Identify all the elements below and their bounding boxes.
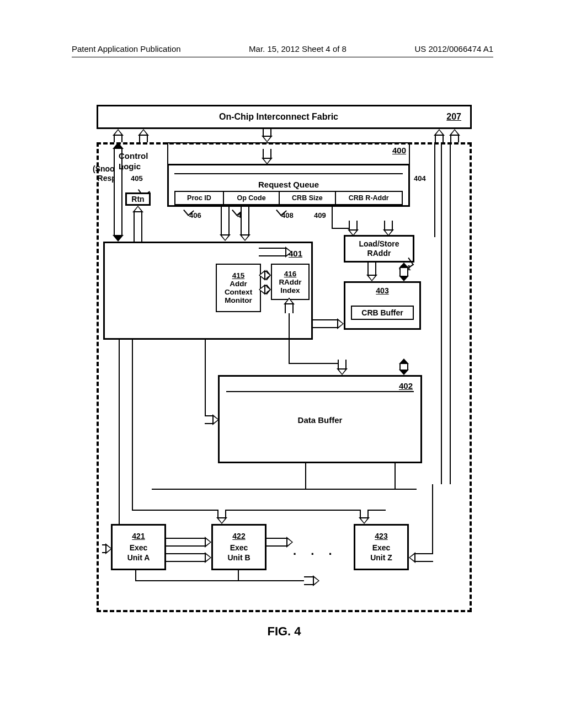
ref-404: 404 xyxy=(414,174,426,183)
connector xyxy=(332,228,349,229)
connector xyxy=(409,142,410,164)
data-buffer-ref: 402 xyxy=(399,381,413,390)
boundary-ref: 400 xyxy=(392,146,406,155)
acm-l1: Addr xyxy=(230,280,247,288)
request-queue-fields: Proc ID Op Code CRB Size CRB R-Addr xyxy=(174,191,403,205)
interconnect-ref: 207 xyxy=(446,112,461,122)
request-queue-title: Request Queue xyxy=(169,180,408,189)
control-logic-title: ControlLogic xyxy=(119,151,148,172)
raddr-index-ref: 416 xyxy=(284,270,297,278)
arrow-icon xyxy=(399,358,409,375)
arrow-icon xyxy=(259,247,292,257)
exec-b-l1: Exec xyxy=(230,543,248,553)
interconnect-label: On-Chip Interconnect Fabric xyxy=(219,112,338,122)
arrow-icon xyxy=(399,263,409,281)
arrow-icon xyxy=(434,129,444,142)
arrow-icon xyxy=(367,263,377,281)
connector xyxy=(132,340,133,511)
arrow-icon xyxy=(102,544,112,554)
load-store-raddr-box: Load/Store RAddr xyxy=(344,235,414,263)
exec-a-l1: Exec xyxy=(130,543,148,553)
interconnect-fabric-box: On-Chip Interconnect Fabric 207 xyxy=(97,105,472,129)
connector xyxy=(289,363,342,364)
connector xyxy=(135,570,136,581)
ref-409: 409 xyxy=(314,211,326,220)
crb-buffer-ref: 403 xyxy=(376,286,388,295)
request-queue-box: Request Queue Proc ID Op Code CRB Size C… xyxy=(167,164,410,207)
load-store-l2: RAddr xyxy=(367,249,391,258)
arrow-icon xyxy=(337,360,347,375)
connector xyxy=(450,142,451,484)
arrow-icon xyxy=(259,270,271,280)
field-crb-raddr: CRB R-Addr xyxy=(336,192,402,204)
arrow-icon xyxy=(259,285,271,295)
arrow-icon xyxy=(284,298,294,313)
connector xyxy=(152,489,417,490)
crb-buffer-label: CRB Buffer xyxy=(351,306,414,320)
connector xyxy=(305,463,306,490)
diagram: On-Chip Interconnect Fabric 207 400 (Sno… xyxy=(97,105,472,612)
decorative-line xyxy=(226,391,414,392)
arrow-icon xyxy=(113,129,123,142)
header-left: Patent Application Publication xyxy=(72,44,181,53)
addr-context-monitor-box: 415 Addr Context Monitor xyxy=(216,264,261,312)
arrow-icon xyxy=(262,149,272,164)
connector xyxy=(167,142,410,143)
raddr-index-l2: Index xyxy=(280,286,300,295)
figure-caption: FIG. 4 xyxy=(97,624,472,639)
connector xyxy=(135,580,306,581)
connector xyxy=(332,207,333,229)
arrow-icon xyxy=(383,221,393,236)
field-proc-id: Proc ID xyxy=(175,192,224,204)
rtn-label: Rtn xyxy=(131,195,144,204)
acm-l3: Monitor xyxy=(225,296,252,304)
exec-unit-b-box: 422 Exec Unit B xyxy=(211,524,266,570)
exec-z-ref: 423 xyxy=(375,532,387,542)
connector xyxy=(432,484,433,556)
arrow-icon xyxy=(266,537,293,547)
arrow-icon xyxy=(313,319,344,329)
connector xyxy=(167,142,168,164)
header-center: Mar. 15, 2012 Sheet 4 of 8 xyxy=(249,44,347,53)
connector xyxy=(395,463,396,490)
ellipsis: . . . xyxy=(293,544,338,558)
arrow-icon xyxy=(262,129,272,142)
arrow-icon xyxy=(138,129,148,142)
arrow-icon xyxy=(166,537,211,547)
arrow-icon xyxy=(133,206,143,242)
exec-z-l1: Exec xyxy=(372,543,391,553)
connector xyxy=(205,340,206,420)
exec-b-l2: Unit B xyxy=(227,553,250,563)
page-header: Patent Application Publication Mar. 15, … xyxy=(72,44,493,57)
arrow-icon xyxy=(409,553,433,563)
arrow-icon xyxy=(240,207,250,241)
arrow-icon xyxy=(450,129,460,142)
field-crb-size: CRB Size xyxy=(280,192,335,204)
exec-unit-z-box: 423 Exec Unit Z xyxy=(354,524,409,570)
arrow-icon xyxy=(220,207,230,241)
exec-b-ref: 422 xyxy=(232,532,245,542)
exec-z-l2: Unit Z xyxy=(370,553,392,563)
arrow-icon xyxy=(348,221,358,236)
exec-unit-a-box: 421 Exec Unit A xyxy=(111,524,166,570)
exec-a-l2: Unit A xyxy=(127,553,150,563)
connector xyxy=(434,142,435,237)
exec-a-ref: 421 xyxy=(132,532,145,542)
field-op-code: Op Code xyxy=(224,192,280,204)
connector xyxy=(119,340,120,548)
acm-ref: 415 xyxy=(232,271,245,280)
arrow-icon xyxy=(359,510,369,524)
header-right: US 2012/0066474 A1 xyxy=(414,44,493,53)
raddr-index-box: 416 RAddr Index xyxy=(271,264,310,300)
load-store-l1: Load/Store xyxy=(359,239,399,249)
data-buffer-label: Data Buffer xyxy=(298,415,343,425)
decorative-line xyxy=(174,173,403,174)
arrow-icon xyxy=(217,510,227,524)
arrow-icon xyxy=(166,553,211,563)
connector xyxy=(132,510,386,511)
crb-buffer-box: 403 CRB Buffer xyxy=(344,281,421,330)
rtn-box: Rtn xyxy=(125,192,151,206)
arrow-icon xyxy=(304,576,319,586)
data-buffer-box: 402 Data Buffer xyxy=(218,375,422,463)
connector xyxy=(238,570,239,581)
